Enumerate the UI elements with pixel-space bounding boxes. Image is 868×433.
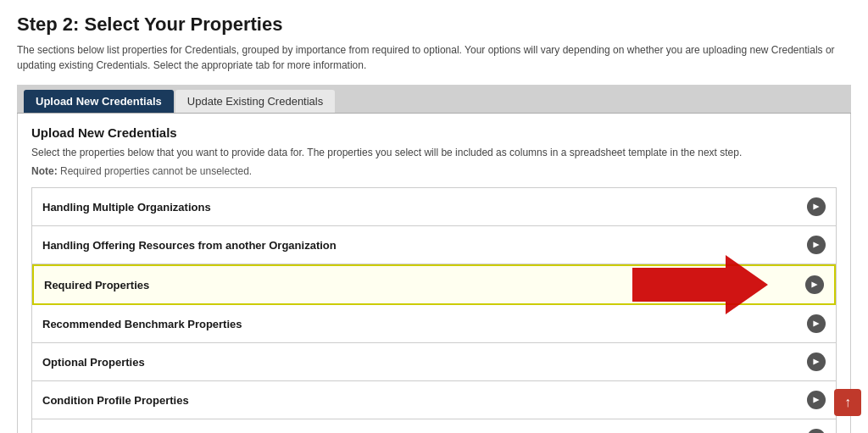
svg-marker-2 [811,281,817,287]
accordion-label-optional-properties: Optional Properties [42,356,145,369]
accordion-row-handling-offering[interactable]: Handling Offering Resources from another… [32,226,836,264]
svg-marker-4 [813,358,819,364]
accordion-label-condition-profile: Condition Profile Properties [42,394,189,407]
accordion-row-required-properties[interactable]: Required Properties [32,264,836,305]
accordion-row-wrapper-condition-profile: Condition Profile Properties [32,381,836,419]
accordion-row-condition-profile[interactable]: Condition Profile Properties [32,381,836,419]
page-wrapper: Step 2: Select Your Properties The secti… [0,0,868,433]
chevron-icon-handling-multiple [807,197,826,216]
accordion-label-handling-offering: Handling Offering Resources from another… [42,239,337,252]
accordion-row-wrapper-required-properties: Required Properties [32,264,836,305]
section-title: Upload New Credentials [31,125,837,140]
accordion-row-financial-assistance[interactable]: Financial Assistance Properties [32,419,836,433]
accordion-row-recommended-benchmark[interactable]: Recommended Benchmark Properties [32,305,836,343]
accordion-label-handling-multiple: Handling Multiple Organizations [42,201,211,214]
chevron-icon-optional-properties [807,353,826,371]
page-title: Step 2: Select Your Properties [17,14,851,36]
accordion-label-recommended-benchmark: Recommended Benchmark Properties [42,318,242,330]
accordion-row-wrapper-handling-offering: Handling Offering Resources from another… [32,226,836,264]
svg-marker-0 [813,203,819,209]
svg-marker-3 [813,320,819,326]
chevron-icon-recommended-benchmark [807,314,826,333]
chevron-icon-condition-profile [807,391,826,409]
tabs-container: Upload New Credentials Update Existing C… [17,85,851,114]
chevron-icon-required-properties [805,275,824,294]
page-description: The sections below list properties for C… [17,42,851,73]
chevron-icon-handling-offering [807,236,826,254]
accordion-row-wrapper-financial-assistance: Financial Assistance Properties [32,419,836,433]
accordion-list: Handling Multiple OrganizationsHandling … [31,187,837,433]
accordion-row-handling-multiple[interactable]: Handling Multiple Organizations [32,188,836,226]
chevron-icon-financial-assistance [807,429,826,433]
note-text: Note: Required properties cannot be unse… [31,165,837,177]
accordion-row-wrapper-optional-properties: Optional Properties [32,343,836,381]
tab-upload[interactable]: Upload New Credentials [24,90,174,113]
accordion-row-optional-properties[interactable]: Optional Properties [32,343,836,381]
accordion-label-required-properties: Required Properties [44,279,149,291]
content-area: Upload New Credentials Select the proper… [17,114,851,433]
accordion-row-wrapper-handling-multiple: Handling Multiple Organizations [32,188,836,226]
scroll-top-button[interactable]: ↑ [834,389,861,416]
accordion-row-wrapper-recommended-benchmark: Recommended Benchmark Properties [32,305,836,343]
section-description: Select the properties below that you wan… [31,145,837,160]
svg-marker-5 [813,397,819,402]
svg-marker-1 [813,241,819,247]
tab-update[interactable]: Update Existing Credentials [175,90,335,113]
